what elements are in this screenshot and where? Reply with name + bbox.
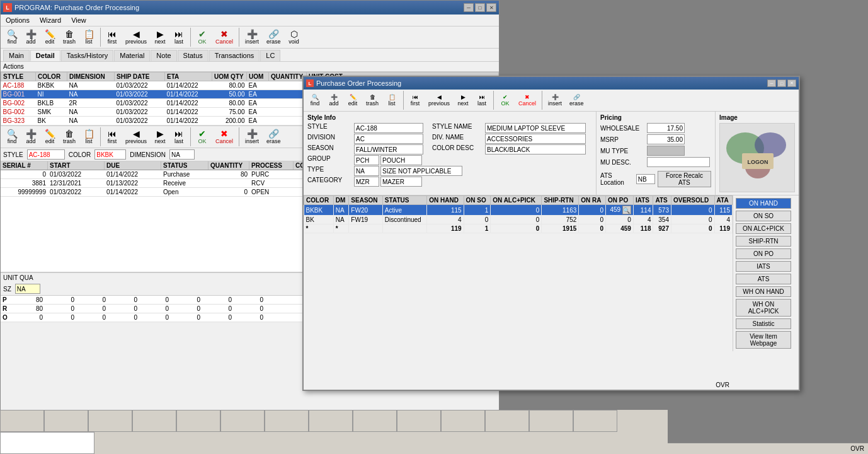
- add-btn[interactable]: ➕ add: [22, 28, 40, 47]
- style-value-input[interactable]: [354, 123, 423, 133]
- bot-edit-btn[interactable]: ✏️edit: [41, 127, 59, 146]
- color-field-input[interactable]: [94, 149, 126, 160]
- bot-trash-btn[interactable]: 🗑trash: [60, 127, 79, 146]
- dimension-field-input[interactable]: [169, 149, 195, 160]
- type-input[interactable]: [354, 166, 379, 176]
- tab-status[interactable]: Status: [178, 50, 208, 61]
- popup-body: COLOR DM SEASON STATUS ON HAND ON SO ON …: [304, 195, 799, 351]
- size-input[interactable]: [15, 284, 40, 294]
- mu-type-input[interactable]: [647, 146, 685, 156]
- on-po-btn[interactable]: ON PO: [736, 248, 791, 259]
- on-alc-pick-btn[interactable]: ON ALC+PICK: [736, 223, 791, 234]
- next-btn[interactable]: ▶ next: [151, 28, 169, 47]
- color-table-row[interactable]: BKBK NA FW20 Active 115 1 0 1163 0 459 🔍: [304, 205, 733, 216]
- on-hand-btn[interactable]: ON HAND: [736, 198, 791, 209]
- cancel-btn[interactable]: ✖ Cancel: [212, 28, 236, 47]
- tab-tasks[interactable]: Tasks/History: [61, 50, 113, 61]
- bot-insert-btn[interactable]: ➕insert: [242, 127, 262, 146]
- ok-btn[interactable]: ✔ OK: [193, 28, 211, 47]
- list-btn[interactable]: 📋 list: [80, 28, 98, 47]
- maximize-btn[interactable]: □: [475, 3, 485, 12]
- tab-detail[interactable]: Detail: [30, 50, 60, 61]
- title-bar-controls[interactable]: ─ □ ✕: [464, 3, 496, 12]
- style-name-input[interactable]: [485, 123, 586, 133]
- popup-find-btn[interactable]: 🔍find: [306, 92, 324, 108]
- on-so-btn[interactable]: ON SO: [736, 211, 791, 221]
- color-table-total-row: * * 119 1 0 1915 0 459 118 927 0 119: [304, 224, 733, 233]
- menu-wizard[interactable]: Wizard: [37, 16, 64, 25]
- popup-cancel-btn[interactable]: ✖Cancel: [515, 92, 539, 108]
- popup-maximize-btn[interactable]: □: [777, 79, 786, 87]
- statistic-btn[interactable]: Statistic: [736, 318, 791, 329]
- tab-main[interactable]: Main: [3, 50, 30, 61]
- force-recalc-btn[interactable]: Force Recalc ATS: [658, 171, 711, 187]
- close-btn[interactable]: ✕: [486, 3, 496, 12]
- bot-ok-btn[interactable]: ✔OK: [193, 127, 211, 146]
- popup-list-btn[interactable]: 📋list: [383, 92, 401, 108]
- tab-lc[interactable]: LC: [260, 50, 280, 61]
- season-input[interactable]: [354, 144, 423, 154]
- group-desc-input[interactable]: [380, 155, 422, 165]
- popup-close-btn[interactable]: ✕: [787, 79, 796, 87]
- iats-btn[interactable]: IATS: [736, 261, 791, 272]
- bot-prev-btn[interactable]: ◀previous: [122, 127, 150, 146]
- find-btn[interactable]: 🔍 find: [3, 28, 21, 47]
- group-input[interactable]: [354, 155, 379, 165]
- popup-edit-btn[interactable]: ✏️edit: [344, 92, 362, 108]
- bot-add-btn[interactable]: ➕add: [22, 127, 40, 146]
- wholesale-input[interactable]: [647, 123, 685, 133]
- search-small-btn[interactable]: 🔍: [622, 206, 631, 214]
- popup-first-btn[interactable]: ⏮first: [406, 92, 424, 108]
- color-desc-input[interactable]: [485, 144, 586, 154]
- bot-last-btn[interactable]: ⏭last: [170, 127, 188, 146]
- bot-next-btn[interactable]: ▶next: [151, 127, 169, 146]
- popup-next-btn[interactable]: ▶next: [454, 92, 472, 108]
- msrp-input[interactable]: [647, 134, 685, 144]
- popup-trash-btn[interactable]: 🗑trash: [363, 92, 382, 108]
- bot-cancel-btn[interactable]: ✖Cancel: [212, 127, 236, 146]
- bot-erase-btn[interactable]: 🔗erase: [263, 127, 284, 146]
- popup-title-controls[interactable]: ─ □ ✕: [767, 79, 796, 87]
- edit-btn[interactable]: ✏️ edit: [41, 28, 59, 47]
- insert-btn[interactable]: ➕ insert: [242, 28, 262, 47]
- tab-material[interactable]: Material: [114, 50, 150, 61]
- popup-prev-btn[interactable]: ◀previous: [425, 92, 453, 108]
- color-table-row[interactable]: BK NA FW19 Discontinued 4 0 0 752 0 0 4 …: [304, 216, 733, 224]
- minimize-btn[interactable]: ─: [464, 3, 474, 12]
- first-btn[interactable]: ⏮ first: [103, 28, 121, 47]
- bot-find-btn[interactable]: 🔍find: [3, 127, 21, 146]
- erase-btn[interactable]: 🔗 erase: [263, 28, 284, 47]
- div-name-input[interactable]: [485, 134, 586, 144]
- last-btn[interactable]: ⏭ last: [170, 28, 188, 47]
- popup-insert-btn[interactable]: ➕insert: [545, 92, 565, 108]
- popup-minimize-btn[interactable]: ─: [767, 79, 776, 87]
- category-input[interactable]: [354, 177, 379, 187]
- ship-rtn-btn[interactable]: SHIP-RTN: [736, 236, 791, 247]
- menu-options[interactable]: Options: [3, 16, 32, 25]
- mu-desc-input[interactable]: [647, 157, 710, 167]
- void-btn[interactable]: ⬡ void: [285, 28, 303, 47]
- trash-btn[interactable]: 🗑 trash: [60, 28, 79, 47]
- previous-btn[interactable]: ◀ previous: [122, 28, 150, 47]
- popup-erase-btn[interactable]: 🔗erase: [566, 92, 587, 108]
- wh-on-alc-pick-btn[interactable]: WH ON ALC+PICK: [736, 299, 791, 317]
- style-field-input[interactable]: [27, 149, 65, 160]
- division-input[interactable]: [354, 134, 423, 144]
- product-image-svg: LOGON: [720, 123, 794, 192]
- popup-last-btn[interactable]: ⏭last: [473, 92, 491, 108]
- popup-ok-btn[interactable]: ✔OK: [496, 92, 514, 108]
- popup-add-btn[interactable]: ➕add: [325, 92, 343, 108]
- main-toolbar: 🔍 find ➕ add ✏️ edit 🗑 trash 📋 list ⏮ fi…: [1, 26, 499, 49]
- menu-view[interactable]: View: [69, 16, 89, 25]
- bot-list-btn[interactable]: 📋list: [80, 127, 98, 146]
- bot-first-btn[interactable]: ⏮first: [103, 127, 121, 146]
- wh-on-hand-btn[interactable]: WH ON HAND: [736, 286, 791, 297]
- view-item-webpage-btn[interactable]: View Item Webpage: [736, 331, 791, 349]
- tab-transactions[interactable]: Transactions: [209, 50, 260, 61]
- category-desc-input[interactable]: [380, 177, 422, 187]
- ats-btn[interactable]: ATS: [736, 274, 791, 284]
- tab-note[interactable]: Note: [151, 50, 176, 61]
- ats-location-input[interactable]: [636, 174, 655, 184]
- cell: [353, 410, 397, 432]
- cell: [441, 410, 485, 432]
